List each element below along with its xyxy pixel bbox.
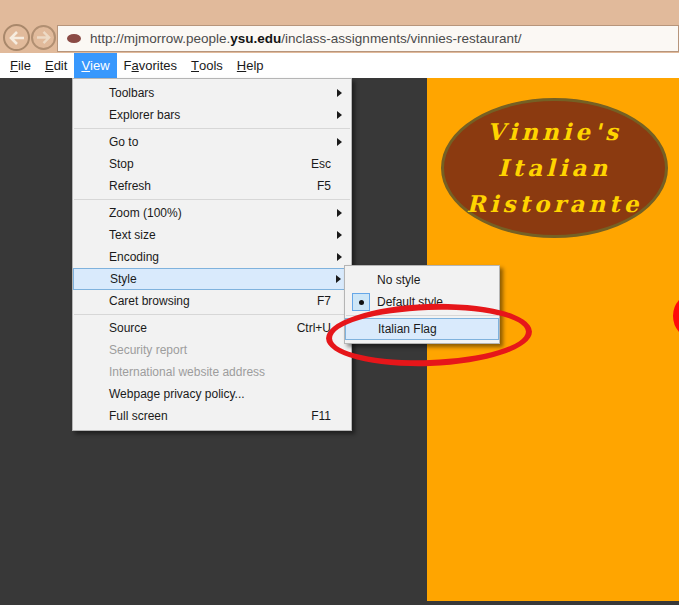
submenu-arrow-icon	[337, 231, 342, 239]
page-favicon-icon	[67, 34, 81, 43]
view-menu-item-webpage-privacy-policy[interactable]: Webpage privacy policy...	[73, 383, 351, 405]
view-menu-item-security-report: Security report	[73, 339, 351, 361]
menu-separator	[74, 128, 350, 129]
view-menu-item-stop[interactable]: StopEsc	[73, 153, 351, 175]
forward-arrow-icon	[36, 31, 51, 44]
view-dropdown-menu: ToolbarsExplorer barsGo toStopEscRefresh…	[72, 78, 352, 431]
view-menu-item-source[interactable]: SourceCtrl+U	[73, 317, 351, 339]
menu-item-label: Refresh	[109, 179, 317, 193]
menu-separator	[346, 315, 498, 316]
menu-item-label: Go to	[109, 135, 331, 149]
menu-item-label: Toolbars	[109, 86, 331, 100]
menu-item-shortcut: F5	[317, 179, 331, 193]
menu-item-label: Encoding	[109, 250, 331, 264]
menubar-item-edit[interactable]: Edit	[38, 53, 74, 78]
menu-item-shortcut: Ctrl+U	[297, 321, 331, 335]
view-menu-item-style[interactable]: Style	[73, 268, 351, 290]
view-menu-item-text-size[interactable]: Text size	[73, 224, 351, 246]
style-submenu: No styleDefault styleItalian Flag	[344, 265, 500, 344]
menu-item-label: International website address	[109, 365, 331, 379]
menu-arrow-column	[337, 209, 351, 217]
logo-line-3: Ristorante	[467, 186, 643, 222]
menu-item-label: Security report	[109, 343, 331, 357]
menu-item-label: Webpage privacy policy...	[109, 387, 331, 401]
submenu-arrow-icon	[336, 275, 341, 283]
browser-chrome: http://mjmorrow.people.ysu.edu/inclass-a…	[0, 0, 679, 53]
menu-item-label: Explorer bars	[109, 108, 331, 122]
menu-item-label: Style	[110, 272, 330, 286]
submenu-arrow-icon	[337, 253, 342, 261]
menu-item-label: Source	[109, 321, 297, 335]
menu-arrow-column	[337, 89, 351, 97]
menu-item-label: Italian Flag	[378, 322, 478, 336]
menu-item-label: No style	[377, 273, 479, 287]
menu-item-label: Full screen	[109, 409, 311, 423]
menu-arrow-column	[337, 138, 351, 146]
view-menu-item-international-website-address: International website address	[73, 361, 351, 383]
menu-bullet-column	[345, 293, 377, 311]
menu-item-shortcut: F11	[311, 409, 331, 423]
url-text: http://mjmorrow.people.ysu.edu/inclass-a…	[90, 31, 521, 46]
style-submenu-item-italian-flag[interactable]: Italian Flag	[345, 318, 499, 340]
address-bar[interactable]: http://mjmorrow.people.ysu.edu/inclass-a…	[57, 25, 679, 52]
menu-arrow-column	[337, 111, 351, 119]
menu-item-shortcut: Esc	[311, 157, 331, 171]
style-submenu-item-default-style[interactable]: Default style	[345, 291, 499, 313]
view-menu-item-toolbars[interactable]: Toolbars	[73, 82, 351, 104]
logo-line-1: Vinnie's	[487, 114, 622, 150]
submenu-arrow-icon	[337, 111, 342, 119]
menu-item-label: Zoom (100%)	[109, 206, 331, 220]
view-menu-item-zoom-100[interactable]: Zoom (100%)	[73, 202, 351, 224]
menubar-item-favorites[interactable]: Favorites	[117, 53, 184, 78]
menubar-item-tools[interactable]: Tools	[184, 53, 230, 78]
logo-line-2: Italian	[498, 150, 611, 186]
back-button[interactable]	[3, 24, 30, 51]
view-menu-item-refresh[interactable]: RefreshF5	[73, 175, 351, 197]
menu-bar: FileEditViewFavoritesToolsHelp	[0, 53, 679, 78]
restaurant-logo: Vinnie's Italian Ristorante	[441, 98, 668, 238]
menubar-item-file[interactable]: File	[3, 53, 38, 78]
style-submenu-item-no-style[interactable]: No style	[345, 269, 499, 291]
menu-separator	[74, 199, 350, 200]
menu-separator	[74, 314, 350, 315]
menubar-item-view[interactable]: View	[74, 53, 116, 78]
view-menu-item-encoding[interactable]: Encoding	[73, 246, 351, 268]
menu-arrow-column	[337, 253, 351, 261]
submenu-arrow-icon	[337, 138, 342, 146]
menu-item-label: Default style	[377, 295, 479, 309]
back-arrow-icon	[9, 31, 25, 45]
selected-style-bullet-icon	[352, 293, 370, 311]
menu-item-label: Text size	[109, 228, 331, 242]
menubar-item-help[interactable]: Help	[230, 53, 271, 78]
submenu-arrow-icon	[337, 89, 342, 97]
view-menu-item-full-screen[interactable]: Full screenF11	[73, 405, 351, 427]
forward-button[interactable]	[31, 25, 56, 50]
submenu-arrow-icon	[337, 209, 342, 217]
menu-arrow-column	[337, 231, 351, 239]
menu-item-label: Caret browsing	[109, 294, 317, 308]
menu-item-shortcut: F7	[317, 294, 331, 308]
view-menu-item-caret-browsing[interactable]: Caret browsingF7	[73, 290, 351, 312]
view-menu-item-explorer-bars[interactable]: Explorer bars	[73, 104, 351, 126]
menu-item-label: Stop	[109, 157, 311, 171]
view-menu-item-go-to[interactable]: Go to	[73, 131, 351, 153]
